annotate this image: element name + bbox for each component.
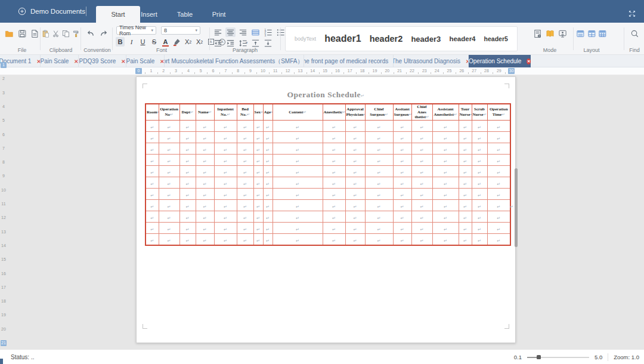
- nav-tab-print[interactable]: Print: [205, 6, 233, 23]
- header-cell[interactable]: Assistant Anesthetist↵: [432, 104, 459, 120]
- doc-tab-6[interactable]: The front page of medical records✕: [304, 55, 394, 67]
- body-cell[interactable]: ↵: [214, 222, 237, 233]
- body-cell[interactable]: ↵: [196, 120, 214, 131]
- strikethrough-icon[interactable]: S: [150, 37, 159, 47]
- horizontal-ruler[interactable]: 0123456789101112131415161718192021222324…: [0, 67, 644, 75]
- body-cell[interactable]: ↵: [214, 177, 237, 188]
- body-cell[interactable]: ↵: [393, 199, 411, 211]
- font-size-select[interactable]: 8 ▾: [161, 26, 200, 35]
- body-cell[interactable]: ↵: [273, 188, 323, 199]
- body-cell[interactable]: ↵: [214, 131, 237, 143]
- presentation-mode-icon[interactable]: [558, 29, 567, 38]
- body-cell[interactable]: ↵: [459, 177, 472, 188]
- body-cell[interactable]: ↵: [263, 188, 273, 199]
- close-icon[interactable]: ✕: [121, 58, 125, 64]
- italic-icon[interactable]: I: [127, 37, 136, 47]
- body-cell[interactable]: ↵: [253, 154, 263, 165]
- underline-icon[interactable]: U: [138, 37, 147, 47]
- body-cell[interactable]: ↵: [345, 165, 365, 177]
- zoom-slider-handle[interactable]: [537, 355, 541, 359]
- body-cell[interactable]: ↵: [273, 177, 323, 188]
- body-cell[interactable]: ↵: [263, 233, 273, 245]
- body-cell[interactable]: ↵: [345, 199, 365, 211]
- body-cell[interactable]: ↵: [472, 143, 487, 154]
- body-cell[interactable]: ↵: [393, 131, 411, 143]
- layout-grid-icon[interactable]: [587, 29, 596, 38]
- body-cell[interactable]: ↵: [487, 131, 510, 143]
- body-cell[interactable]: ↵: [179, 143, 196, 154]
- header-cell[interactable]: Content↵: [273, 104, 323, 120]
- body-cell[interactable]: ↵: [459, 199, 472, 211]
- body-cell[interactable]: ↵: [263, 199, 273, 211]
- style-item-header4[interactable]: header4: [449, 35, 475, 42]
- body-cell[interactable]: ↵: [179, 165, 196, 177]
- nav-tab-table[interactable]: Table: [170, 6, 200, 23]
- header-cell[interactable]: Operation Time↵: [487, 104, 510, 120]
- doc-tab-2[interactable]: Pain Scale✕: [41, 55, 79, 67]
- header-cell[interactable]: Room↵: [145, 104, 159, 120]
- body-cell[interactable]: ↵: [145, 211, 159, 222]
- body-cell[interactable]: ↵: [487, 165, 510, 177]
- book-mode-icon[interactable]: [546, 29, 555, 38]
- body-cell[interactable]: ↵: [323, 188, 345, 199]
- body-cell[interactable]: ↵: [196, 131, 214, 143]
- header-cell[interactable]: Inpatient No.↵: [214, 104, 237, 120]
- close-icon[interactable]: ✕: [74, 58, 78, 64]
- body-cell[interactable]: ↵: [432, 120, 459, 131]
- body-cell[interactable]: ↵: [179, 188, 196, 199]
- nav-tab-insert[interactable]: Insert: [134, 6, 164, 23]
- body-cell[interactable]: ↵: [179, 120, 196, 131]
- body-cell[interactable]: ↵: [237, 143, 253, 154]
- body-cell[interactable]: ↵: [214, 154, 237, 165]
- search-icon[interactable]: [630, 29, 639, 38]
- highlight-icon[interactable]: [172, 37, 181, 47]
- body-cell[interactable]: ↵: [432, 177, 459, 188]
- body-cell[interactable]: ↵: [393, 143, 411, 154]
- body-cell[interactable]: ↵: [487, 211, 510, 222]
- body-cell[interactable]: ↵: [237, 222, 253, 233]
- body-cell[interactable]: ↵: [237, 211, 253, 222]
- body-cell[interactable]: ↵: [145, 120, 159, 131]
- body-cell[interactable]: ↵: [196, 188, 214, 199]
- body-cell[interactable]: ↵: [432, 131, 459, 143]
- body-cell[interactable]: ↵: [196, 165, 214, 177]
- doc-tab-5[interactable]: Short Musculoskeletal Function Assessmen…: [165, 55, 304, 67]
- body-cell[interactable]: ↵: [472, 188, 487, 199]
- body-cell[interactable]: ↵: [345, 233, 365, 245]
- body-cell[interactable]: ↵: [432, 154, 459, 165]
- body-cell[interactable]: ↵: [365, 165, 393, 177]
- body-cell[interactable]: ↵: [179, 131, 196, 143]
- app-title[interactable]: Demo Documents: [18, 0, 85, 23]
- body-cell[interactable]: ↵: [487, 177, 510, 188]
- body-cell[interactable]: ↵: [179, 222, 196, 233]
- body-cell[interactable]: ↵: [253, 177, 263, 188]
- body-cell[interactable]: ↵: [273, 211, 323, 222]
- body-cell[interactable]: ↵: [323, 120, 345, 131]
- body-cell[interactable]: ↵: [345, 188, 365, 199]
- body-cell[interactable]: ↵: [273, 154, 323, 165]
- body-cell[interactable]: ↵: [323, 177, 345, 188]
- body-cell[interactable]: ↵: [253, 143, 263, 154]
- body-cell[interactable]: ↵: [432, 188, 459, 199]
- align-right-icon[interactable]: [238, 27, 248, 37]
- body-cell[interactable]: ↵: [145, 143, 159, 154]
- close-icon[interactable]: ✕: [527, 58, 531, 64]
- nav-tab-start[interactable]: Start: [96, 6, 140, 23]
- body-cell[interactable]: ↵: [365, 211, 393, 222]
- body-cell[interactable]: ↵: [345, 222, 365, 233]
- body-cell[interactable]: ↵: [196, 143, 214, 154]
- body-cell[interactable]: ↵: [263, 120, 273, 131]
- body-cell[interactable]: ↵: [145, 131, 159, 143]
- body-cell[interactable]: ↵: [323, 199, 345, 211]
- body-cell[interactable]: ↵: [214, 199, 237, 211]
- body-cell[interactable]: ↵: [459, 165, 472, 177]
- body-cell[interactable]: ↵: [196, 177, 214, 188]
- bold-icon[interactable]: B: [116, 37, 125, 47]
- ordered-list-icon[interactable]: 123: [263, 27, 273, 37]
- body-cell[interactable]: ↵: [411, 199, 432, 211]
- doc-tab-7[interactable]: The Ultrasound Diagnosis✕: [394, 55, 469, 67]
- body-cell[interactable]: ↵: [196, 222, 214, 233]
- export-pdf-icon[interactable]: [30, 29, 39, 38]
- page-mode-icon[interactable]: [533, 29, 542, 38]
- body-cell[interactable]: ↵: [411, 177, 432, 188]
